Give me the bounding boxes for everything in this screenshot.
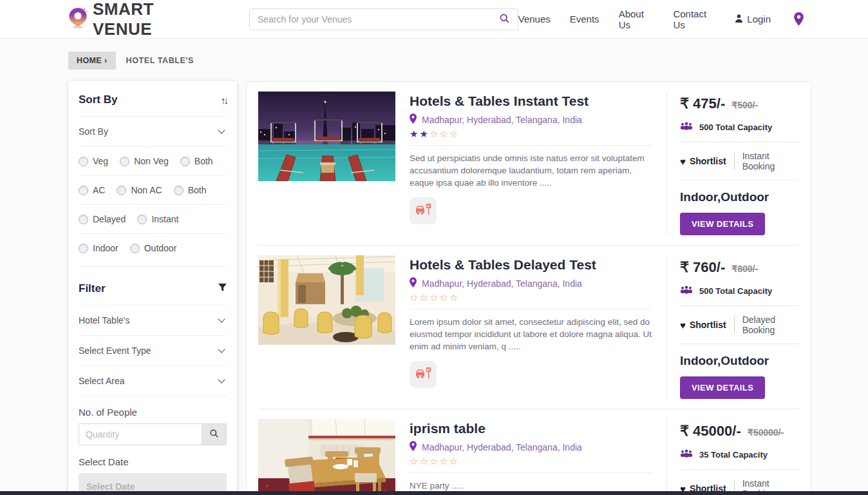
search-icon [499, 13, 510, 26]
view-details-button[interactable]: VIEW DETAILS [680, 213, 765, 235]
venue-photo-night-pool[interactable] [258, 92, 395, 181]
login-label: Login [747, 14, 771, 24]
radio-delayed[interactable]: Delayed [79, 214, 126, 224]
venue-capacity: 35 Total Capacity [699, 450, 768, 460]
nav-venues[interactable]: Venues [518, 14, 551, 24]
shortlist-button[interactable]: ♥ Shortlist [680, 156, 726, 167]
area-value: Select Area [79, 376, 125, 386]
brand-name: SMART VENUE [93, 0, 213, 39]
brand-logo[interactable]: SMART VENUE [68, 0, 213, 39]
radio-dot[interactable] [79, 157, 88, 166]
star-rating: ☆☆☆☆☆ [410, 289, 652, 309]
location-pin-icon [410, 441, 417, 453]
booking-filter-group: Delayed Instant [79, 204, 227, 233]
venue-price: ₹ 45000/- [680, 423, 741, 440]
radio-non-veg[interactable]: Non Veg [120, 156, 169, 166]
heart-icon: ♥ [680, 156, 686, 167]
venue-description: Lorem ipsum dolor sit amet, consectetur … [410, 316, 652, 353]
venue-old-price: ₹50000/- [748, 427, 784, 438]
quantity-search-button[interactable] [202, 423, 227, 445]
radio-dot[interactable] [180, 157, 190, 166]
view-details-button[interactable]: VIEW DETAILS [680, 376, 765, 399]
user-icon [735, 14, 743, 24]
radio-instant[interactable]: Instant [137, 214, 178, 224]
radio-dot[interactable] [174, 186, 184, 195]
venue-old-price: ₹800/- [731, 264, 758, 274]
shortlist-button[interactable]: ♥ Shortlist [680, 320, 726, 331]
radio-dot[interactable] [120, 157, 129, 166]
funnel-icon [218, 282, 227, 295]
radio-dot[interactable] [117, 186, 126, 195]
event-type-value: Select Event Type [79, 345, 151, 356]
radio-veg[interactable]: Veg [79, 156, 108, 166]
venue-actions: ₹ 475/- ₹500/- 500 Total Capacity ♥ [666, 92, 799, 235]
radio-ac-both[interactable]: Both [174, 185, 207, 195]
venue-info: Hotels & Tables Delayed Test Madhapur, H… [395, 255, 666, 399]
filter-title: Filter [79, 282, 106, 295]
nav-about-us[interactable]: About Us [619, 8, 654, 30]
venue-info: Hotels & Tables Instant Test Madhapur, H… [395, 92, 666, 235]
radio-outdoor[interactable]: Outdoor [130, 243, 177, 253]
stars-empty: ☆☆☆ [429, 128, 459, 139]
svg-text:P: P [428, 367, 430, 371]
radio-veg-both[interactable]: Both [180, 156, 213, 166]
event-type-dropdown[interactable]: Select Event Type [79, 335, 227, 365]
venue-title[interactable]: Hotels & Tables Delayed Test [410, 257, 652, 273]
breadcrumb-home[interactable]: HOME › [68, 52, 116, 70]
space-filter-group: Indoor Outdoor [79, 233, 227, 262]
search-input[interactable] [250, 14, 491, 24]
search-button[interactable] [491, 13, 518, 26]
location-pin-icon[interactable] [794, 12, 804, 26]
radio-dot[interactable] [79, 186, 88, 195]
sort-by-header: Sort By ↑↓ [79, 81, 227, 116]
quantity-group [79, 423, 227, 445]
venue-title[interactable]: iprism table [410, 421, 652, 436]
filter-sidebar: Sort By ↑↓ Sort By Veg Non Veg Both AC N… [68, 81, 237, 495]
radio-dot[interactable] [130, 244, 140, 253]
shortlist-label: Shortlist [690, 156, 726, 166]
venue-photo-dining[interactable] [258, 419, 395, 495]
nav-events[interactable]: Events [570, 14, 599, 24]
sort-direction-icon[interactable]: ↑↓ [221, 95, 227, 106]
venue-photo-lobby[interactable] [258, 255, 395, 345]
location-pin-icon [410, 113, 417, 126]
radio-indoor[interactable]: Indoor [79, 243, 118, 253]
space-type-label: Indoor,Outdoor [680, 354, 799, 368]
sort-by-title: Sort By [79, 93, 117, 106]
stars-filled: ★★ [410, 128, 429, 139]
filter-header: Filter [79, 266, 227, 305]
radio-dot[interactable] [79, 215, 88, 224]
venue-price: ₹ 760/- [680, 259, 725, 276]
nav-contact-us[interactable]: Contact Us [673, 8, 715, 30]
chevron-down-icon [218, 345, 225, 353]
venue-list: Hotels & Tables Instant Test Madhapur, H… [246, 81, 811, 495]
venue-actions: ₹ 45000/- ₹50000/- 35 Total Capacity ♥ [666, 419, 799, 495]
venue-old-price: ₹500/- [731, 100, 758, 110]
venue-location: Madhapur, Hyderabad, Telangana, India [422, 278, 582, 289]
parking-amenity-badge: P [410, 361, 437, 388]
venue-card: Hotels & Tables Instant Test Madhapur, H… [258, 82, 799, 246]
area-dropdown[interactable]: Select Area [79, 365, 227, 396]
quantity-input[interactable] [79, 423, 202, 445]
login-link[interactable]: Login [735, 14, 771, 24]
bottom-bar [0, 491, 868, 495]
capacity-icon [680, 449, 693, 460]
heart-icon: ♥ [680, 320, 686, 331]
venue-description: Sed ut perspiciatis unde omnis iste natu… [410, 153, 652, 189]
booking-type-label: Instant Booking [742, 151, 799, 171]
radio-dot[interactable] [137, 215, 147, 224]
venue-location: Madhapur, Hyderabad, Telangana, India [422, 115, 582, 125]
sort-by-dropdown[interactable]: Sort By [79, 116, 227, 146]
venue-location: Madhapur, Hyderabad, Telangana, India [422, 442, 582, 452]
star-rating: ★★☆☆☆ [410, 126, 652, 146]
venue-title[interactable]: Hotels & Tables Instant Test [410, 93, 652, 109]
divider [734, 316, 735, 333]
location-pin-icon [410, 277, 417, 289]
divider [734, 153, 735, 170]
radio-non-ac[interactable]: Non AC [117, 185, 162, 195]
venue-type-dropdown[interactable]: Hotel Table's [79, 305, 227, 335]
radio-dot[interactable] [79, 244, 88, 253]
radio-ac[interactable]: AC [79, 185, 105, 195]
venue-card: Hotels & Tables Delayed Test Madhapur, H… [258, 246, 799, 409]
venue-capacity: 500 Total Capacity [699, 122, 772, 132]
